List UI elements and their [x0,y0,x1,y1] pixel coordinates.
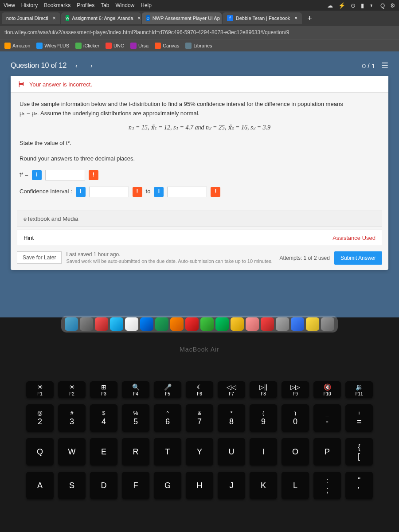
key-[interactable]: : ; [313,472,341,499]
key-u[interactable]: U [218,438,245,466]
key-k[interactable]: K [250,472,277,499]
status-wifi-icon[interactable]: ᯤ [369,2,375,9]
tab-facebook[interactable]: f Debbie Teran | Facebook × [223,12,302,24]
key-f3[interactable]: ⊞F3 [90,381,117,398]
dock-app-icon[interactable] [140,317,153,331]
status-control-icon[interactable]: ⚙ [390,2,395,9]
key-8[interactable]: *8 [218,404,245,432]
key-f11[interactable]: 🔉F11 [345,381,373,398]
status-battery-icon[interactable]: ▮ [361,2,364,9]
key-f5[interactable]: 🎤F5 [154,381,181,398]
status-record-icon[interactable]: ⊙ [351,2,356,9]
key-[interactable]: { [ [345,438,373,466]
close-icon[interactable]: × [294,15,297,21]
tstar-input[interactable] [45,170,85,180]
key-f7[interactable]: ◁◁F7 [218,381,245,398]
hint-button[interactable]: Hint [23,235,34,241]
key-6[interactable]: ^6 [154,404,181,432]
dock-app-icon[interactable] [276,317,289,331]
ci-lower-input[interactable] [89,187,129,197]
key-[interactable]: " ' [345,472,373,499]
key-h[interactable]: H [186,472,213,499]
key-j[interactable]: J [218,472,245,499]
dock-app-icon[interactable] [125,317,138,331]
key-r[interactable]: R [122,438,149,466]
menu-tab[interactable]: Tab [101,2,109,8]
key-3[interactable]: #3 [58,404,86,432]
key-p[interactable]: P [313,438,341,466]
dock-app-icon[interactable] [170,317,184,331]
bookmark-ursa[interactable]: Ursa [130,43,149,49]
key-4[interactable]: $4 [90,404,117,432]
key-f2[interactable]: ☀F2 [58,381,86,398]
key-5[interactable]: %5 [122,404,149,432]
dock-app-icon[interactable] [155,317,168,331]
new-tab-button[interactable]: + [303,14,317,23]
next-question-button[interactable]: › [86,60,97,71]
menu-bookmarks[interactable]: Bookmarks [44,2,70,8]
tab-assignment[interactable]: W Assignment 6: Angel Aranda × [61,12,141,24]
bookmark-iclicker[interactable]: iClicker [75,43,99,49]
bookmark-libraries[interactable]: Libraries [185,43,212,49]
key-e[interactable]: E [90,438,117,466]
key-t[interactable]: T [154,438,181,466]
ci-upper-input[interactable] [167,187,207,197]
dock-app-icon[interactable] [231,317,244,331]
key-0[interactable]: )0 [282,404,309,432]
key-g[interactable]: G [154,472,181,499]
status-search-icon[interactable]: Q [380,2,385,9]
dock-app-icon[interactable] [185,317,199,331]
key-d[interactable]: D [90,472,117,499]
key-f8[interactable]: ▷||F8 [250,381,277,398]
dock-app-icon[interactable] [110,317,123,331]
prev-question-button[interactable]: ‹ [71,60,82,71]
key-f1[interactable]: ☀F1 [26,381,54,398]
dock-app-icon[interactable] [95,317,108,331]
key-i[interactable]: I [250,438,277,466]
key-f10[interactable]: 🔇F10 [313,381,341,398]
url-bar[interactable]: tion.wiley.com/was/ui/v2/assessment-play… [0,26,399,39]
key-f6[interactable]: ☾F6 [186,381,213,398]
info-icon[interactable]: i [76,187,86,197]
dock-app-icon[interactable] [306,317,319,331]
menu-window[interactable]: Window [116,2,135,8]
key-s[interactable]: S [58,472,86,499]
key-l[interactable]: L [282,472,309,499]
status-cloud-icon[interactable]: ☁ [327,2,333,9]
dock-app-icon[interactable] [80,317,93,331]
dock-app-icon[interactable] [246,317,259,331]
tab-journal[interactable]: noto Journal Directi × [2,12,60,24]
dock-app-icon[interactable] [321,317,334,331]
status-bluetooth-icon[interactable]: ⚡ [338,2,345,9]
submit-answer-button[interactable]: Submit Answer [334,251,382,265]
key-y[interactable]: Y [186,438,213,466]
menu-icon[interactable]: ☰ [381,61,388,70]
info-icon[interactable]: i [32,170,42,180]
dock-app-icon[interactable] [65,317,78,331]
dock-app-icon[interactable] [215,317,229,331]
menu-view[interactable]: View [4,2,15,8]
menu-history[interactable]: History [21,2,38,8]
key-o[interactable]: O [282,438,309,466]
tab-assessment[interactable]: ⊙ NWP Assessment Player UI Ap × [142,12,222,24]
dock-app-icon[interactable] [261,317,274,331]
key-f[interactable]: F [122,472,149,499]
key-2[interactable]: @2 [26,404,54,432]
key-9[interactable]: (9 [250,404,277,432]
bookmark-wileyplus[interactable]: WileyPLUS [36,43,69,49]
etextbook-button[interactable]: eTextbook and Media [17,211,382,227]
key-a[interactable]: A [26,472,54,499]
key-f9[interactable]: ▷▷F9 [282,381,309,398]
key-w[interactable]: W [58,438,86,466]
info-icon[interactable]: i [154,187,164,197]
bookmark-unc[interactable]: UNC [106,43,124,49]
close-icon[interactable]: × [53,15,56,21]
key-q[interactable]: Q [26,438,54,466]
close-icon[interactable]: × [138,15,141,21]
key-7[interactable]: &7 [186,404,213,432]
menu-help[interactable]: Help [141,2,152,8]
bookmark-amazon[interactable]: Amazon [4,43,30,49]
key--[interactable]: _- [313,404,341,432]
dock-app-icon[interactable] [291,317,304,331]
dock-app-icon[interactable] [200,317,214,331]
